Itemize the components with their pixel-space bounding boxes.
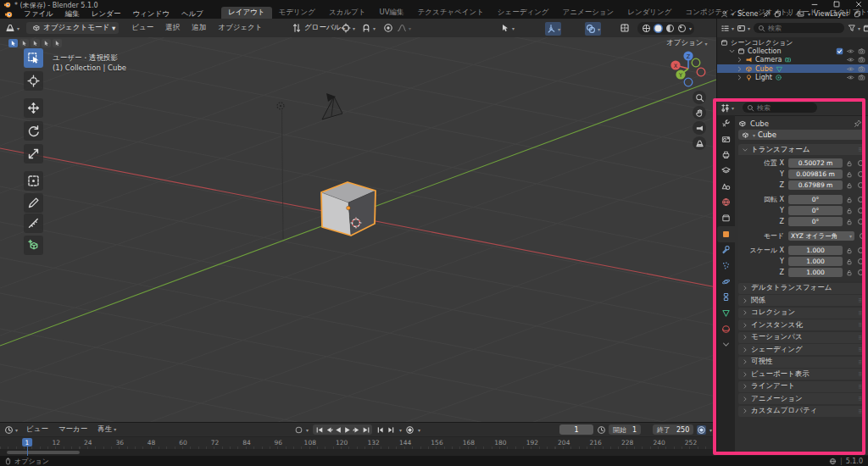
workspace-tab-0[interactable]: レイアウト — [221, 7, 272, 19]
animate-decorator[interactable] — [858, 197, 864, 202]
value-field[interactable]: 0° — [788, 206, 843, 215]
animate-decorator[interactable] — [858, 182, 864, 188]
animate-decorator[interactable] — [858, 171, 864, 177]
workspace-tab-5[interactable]: シェーディング — [491, 7, 556, 19]
timeline-ruler[interactable]: 1122436486072849610812013214415616818019… — [0, 436, 716, 450]
show-gizmos[interactable]: ▾ — [545, 22, 561, 36]
gizmo-neg-x-axis[interactable] — [697, 68, 705, 76]
zoom-tool-icon[interactable] — [693, 91, 706, 104]
panel-8[interactable]: アニメーション⠿ — [738, 393, 865, 404]
panel-9[interactable]: カスタムプロパティ⠿ — [738, 406, 865, 417]
workspace-tab-3[interactable]: UV編集 — [373, 7, 411, 19]
camera-restrict-icon[interactable] — [858, 47, 865, 55]
next-key-icon[interactable] — [353, 426, 361, 434]
animate-decorator[interactable] — [858, 258, 864, 264]
workspace-tab-6[interactable]: アニメーション — [556, 7, 621, 19]
viewport-menu-3[interactable]: オブジェクト — [212, 23, 268, 33]
prev-frame-icon[interactable] — [376, 425, 385, 435]
tool-move-button[interactable] — [24, 98, 43, 118]
value-field[interactable]: 0° — [788, 195, 843, 204]
solid-shading-icon[interactable] — [654, 24, 663, 33]
jump-end-icon[interactable] — [362, 426, 370, 434]
pin-icon[interactable] — [763, 10, 771, 18]
panel-1[interactable]: コレクション⠿ — [738, 308, 865, 319]
select-mode-new-icon[interactable] — [8, 39, 18, 47]
lock-icon[interactable] — [846, 182, 853, 189]
rendered-shading-icon[interactable] — [677, 24, 687, 33]
outliner-row-cube[interactable]: Cube — [717, 64, 868, 73]
tool-rotate-button[interactable] — [24, 121, 43, 141]
tab-output-tab[interactable] — [717, 147, 735, 163]
tab-physics-tab[interactable] — [717, 274, 735, 290]
tool-transform-button[interactable] — [24, 171, 43, 191]
viewport-menu-2[interactable]: 追加 — [186, 23, 212, 33]
timeline-scrollbar[interactable] — [7, 451, 80, 454]
tab-scene-tab[interactable] — [717, 179, 735, 195]
unlink-scene-icon[interactable] — [785, 10, 793, 18]
value-field[interactable]: 0.67989 m — [788, 180, 843, 190]
proportional-falloff[interactable]: ▾ — [397, 22, 411, 34]
filter-icon[interactable] — [848, 24, 856, 32]
new-view-layer-icon[interactable] — [854, 10, 861, 18]
workspace-tab-1[interactable]: モデリング — [272, 7, 323, 19]
delta-transform-panel[interactable]: デルタトランスフォーム — [738, 283, 865, 294]
panel-grip[interactable]: ⠿ — [859, 310, 862, 316]
viewport-menu-0[interactable]: ビュー — [125, 23, 159, 33]
tab-particles-tab[interactable] — [717, 258, 735, 274]
workspace-tab-2[interactable]: スカルプト — [322, 7, 373, 19]
panel-grip[interactable]: ⠿ — [859, 297, 862, 303]
pan-tool-icon[interactable] — [693, 106, 706, 119]
lock-icon[interactable] — [846, 219, 853, 225]
snap-toggle[interactable]: ▾ — [361, 22, 376, 34]
outliner-row-light[interactable]: Light — [717, 73, 868, 81]
menu-4[interactable]: ヘルプ — [175, 9, 209, 19]
tool-select-box-button[interactable] — [24, 48, 43, 68]
panel-0[interactable]: 関係⠿ — [738, 295, 865, 306]
new-scene-icon[interactable] — [774, 10, 782, 18]
tab-modifiers-tab[interactable] — [717, 242, 735, 258]
panel-grip[interactable]: ⠿ — [859, 384, 862, 390]
eye-icon[interactable] — [847, 56, 854, 64]
tab-world-tab[interactable] — [717, 194, 735, 210]
current-frame-field[interactable]: 1 — [559, 424, 593, 435]
panel-4[interactable]: シェーディング⠿ — [738, 344, 865, 355]
panel-2[interactable]: インスタンス化⠿ — [738, 319, 865, 330]
frame-end-field[interactable]: 終了 250 — [653, 424, 693, 435]
toggle-xray[interactable] — [620, 22, 630, 34]
tabs-overflow-chevron[interactable] — [717, 337, 735, 353]
panel-grip[interactable]: ⠿ — [859, 347, 862, 352]
lock-icon[interactable] — [846, 269, 853, 276]
timeline-menu-1[interactable]: マーカー — [53, 424, 92, 435]
menu-1[interactable]: 編集 — [59, 9, 86, 19]
timeline-track[interactable] — [0, 449, 716, 456]
properties-search[interactable]: 検索 — [743, 103, 817, 113]
animate-decorator[interactable] — [858, 208, 864, 214]
camera-view-icon[interactable] — [693, 121, 706, 135]
tool-measure-button[interactable] — [24, 214, 43, 233]
panel-grip[interactable]: ⠿ — [859, 359, 862, 365]
navigation-gizmo[interactable]: X Y Z — [663, 43, 714, 94]
menu-0[interactable]: ファイル — [18, 9, 59, 19]
lock-icon[interactable] — [846, 197, 853, 203]
tab-object-tab[interactable] — [717, 226, 735, 242]
chevron-down-icon[interactable] — [728, 47, 736, 55]
view-layer-selector[interactable]: ▾ ViewLayer — [795, 9, 863, 19]
panel-grip[interactable]: ⠿ — [859, 147, 862, 153]
object-name-field[interactable]: ▾ Cube — [738, 130, 865, 140]
lock-icon[interactable] — [846, 258, 853, 265]
tab-material-tab[interactable] — [717, 321, 735, 337]
value-field[interactable]: 1.000 — [788, 257, 843, 266]
scene-selector[interactable]: ▾ Scene — [719, 9, 794, 19]
pin-id-icon[interactable] — [854, 119, 862, 128]
keying-set-icon[interactable] — [697, 425, 706, 435]
panel-5[interactable]: 可視性⠿ — [738, 357, 865, 368]
tool-cursor-button[interactable] — [24, 71, 43, 91]
value-field[interactable]: 0.009816 m — [788, 169, 843, 179]
outliner-row-camera[interactable]: Camera — [717, 56, 868, 64]
panel-grip[interactable]: ⠿ — [859, 335, 862, 341]
visibility-dropdown[interactable]: ▾ — [500, 22, 515, 34]
perspective-toggle-icon[interactable] — [693, 136, 706, 150]
panel-7[interactable]: ラインアート⠿ — [738, 381, 865, 392]
frame-start-field[interactable]: 開始 1 — [609, 424, 641, 435]
chevron-right-icon[interactable] — [736, 65, 743, 73]
